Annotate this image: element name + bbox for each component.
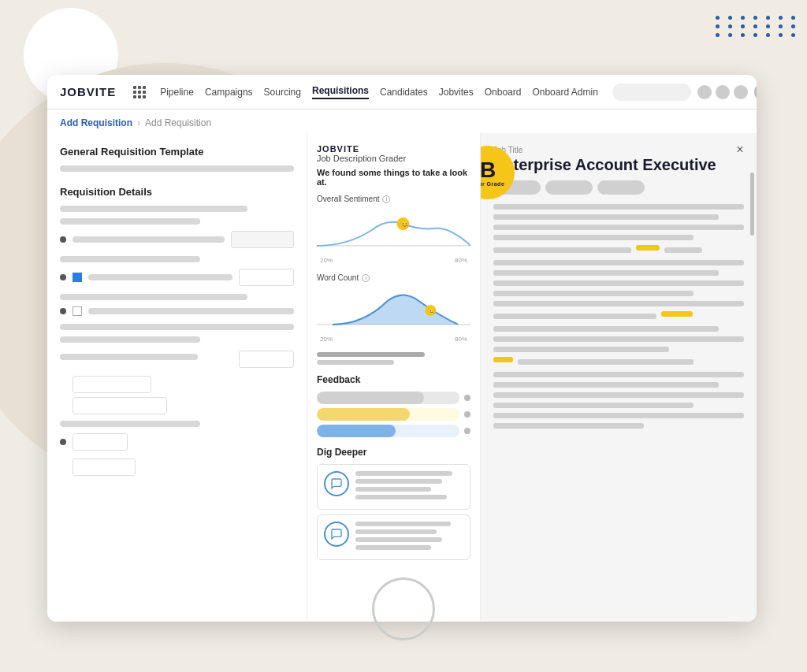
form-row-2	[60, 269, 294, 286]
wc-bar-2	[317, 360, 394, 365]
form-row-5	[60, 433, 294, 451]
form-input-4[interactable]	[73, 397, 167, 414]
feedback-dot-2	[464, 411, 470, 418]
user-avatar[interactable]	[754, 82, 757, 102]
nav-requisitions[interactable]: Requisitions	[312, 85, 369, 99]
jd-line-17	[493, 382, 719, 388]
form-checkbox-1[interactable]	[73, 273, 82, 282]
dig-line-1b	[355, 479, 442, 484]
breadcrumb-current: Add Requisition	[145, 117, 211, 128]
form-dot-3	[60, 308, 66, 314]
svg-text:😊: 😊	[400, 220, 410, 229]
feedback-row-2	[317, 408, 470, 421]
feedback-track-1	[317, 392, 459, 404]
jd-tag-3	[597, 180, 645, 195]
nav-onboard-admin[interactable]: Onboard Admin	[532, 87, 597, 98]
jd-line-6	[493, 260, 744, 265]
main-area: General Requisition Template Requisition…	[47, 133, 757, 622]
sentiment-label: Overall Sentiment i	[317, 195, 470, 203]
nav-right	[612, 82, 757, 102]
dig-line-1c	[355, 487, 431, 492]
wordcount-info-icon[interactable]: i	[362, 274, 370, 282]
jd-tag-2	[545, 180, 593, 195]
form-input-2[interactable]	[239, 351, 294, 368]
grid-icon[interactable]	[133, 86, 146, 98]
feedback-fill-2	[317, 408, 410, 421]
wordcount-bars	[317, 352, 470, 365]
nav-onboard[interactable]: Onboard	[485, 87, 522, 98]
form-field-3	[88, 308, 294, 314]
form-field-4	[60, 354, 198, 360]
wordcount-label: Word Count i	[317, 273, 470, 282]
nav-dot-3[interactable]	[734, 85, 748, 99]
feedback-fill-1	[317, 392, 424, 404]
jd-line-19	[493, 403, 694, 408]
form-input-1[interactable]	[239, 269, 294, 286]
grader-headline: We found some things to take a look at.	[317, 168, 470, 187]
form-field-2	[88, 274, 232, 280]
jd-line-9	[493, 291, 694, 296]
dig-text-2	[355, 522, 463, 553]
grade-letter: B	[481, 159, 496, 181]
form-bar-6	[60, 324, 294, 330]
left-panel: General Requisition Template Requisition…	[47, 133, 307, 622]
nav-search-bar[interactable]	[612, 84, 691, 101]
form-checkbox-2[interactable]	[73, 306, 82, 316]
form-row-1	[60, 231, 294, 248]
form-input-5[interactable]	[73, 433, 128, 451]
grade-label: Your Grade	[481, 181, 504, 187]
form-field-1	[73, 236, 225, 243]
form-bar-3	[60, 218, 200, 225]
browser-window: JOBVITE Pipeline Campaigns Sourcing Requ…	[47, 75, 757, 622]
wordcount-axis: 20% 80%	[317, 336, 470, 343]
nav-dot-2[interactable]	[716, 85, 730, 99]
scrollbar[interactable]	[750, 173, 754, 236]
form-bar-1	[60, 165, 294, 172]
feedback-title: Feedback	[317, 374, 470, 385]
nav-pipeline[interactable]: Pipeline	[160, 87, 194, 98]
form-row-3	[60, 306, 294, 316]
form-bar-2	[60, 206, 247, 212]
form-select-1[interactable]	[231, 231, 294, 248]
jd-line-1	[493, 204, 744, 210]
form-bar-8	[60, 421, 200, 427]
jd-line-14	[493, 347, 669, 352]
breadcrumb-root[interactable]: Add Requisition	[60, 117, 132, 128]
nav-jobvites[interactable]: Jobvites	[439, 87, 474, 98]
dig-text-1	[355, 471, 463, 503]
form-bar-5	[60, 294, 247, 300]
feedback-section: Feedback	[317, 374, 470, 437]
form-row-4	[60, 351, 294, 368]
jd-line-12	[493, 326, 719, 332]
feedback-row-3	[317, 425, 470, 437]
grader-header: JOBVITE Job Description Grader We found …	[317, 144, 470, 187]
jd-tags	[493, 180, 744, 195]
jd-highlight-2	[661, 311, 693, 317]
nav-logo: JOBVITE	[60, 85, 116, 98]
jd-line-15	[518, 359, 694, 365]
dig-line-2d	[355, 545, 431, 550]
nav-campaigns[interactable]: Campaigns	[205, 87, 253, 98]
jd-line-20	[493, 413, 744, 418]
jd-line-8	[493, 280, 744, 286]
breadcrumb: Add Requisition › Add Requisition	[47, 110, 757, 133]
close-button[interactable]: ×	[731, 141, 749, 158]
jd-line-16	[493, 372, 744, 377]
jd-title-label: Job Title	[493, 146, 744, 154]
form-input-3[interactable]	[73, 376, 151, 393]
nav-dot-1[interactable]	[697, 85, 712, 99]
nav-candidates[interactable]: Candidates	[380, 87, 428, 98]
sentiment-axis: 20% 80%	[317, 257, 470, 264]
form-input-6[interactable]	[73, 459, 136, 476]
jd-line-4	[493, 235, 694, 240]
jd-line-5	[493, 247, 631, 253]
jd-line-18	[493, 392, 744, 398]
dig-deeper-section: Dig Deeper	[317, 447, 470, 560]
form-dot-1	[60, 236, 66, 243]
jd-line-5b	[664, 247, 702, 253]
form-dot-2	[60, 274, 66, 280]
nav-sourcing[interactable]: Sourcing	[264, 87, 301, 98]
dig-line-1d	[355, 495, 447, 499]
jd-header: Job Title Enterprise Account Executive	[493, 146, 744, 195]
sentiment-info-icon[interactable]: i	[382, 195, 390, 203]
